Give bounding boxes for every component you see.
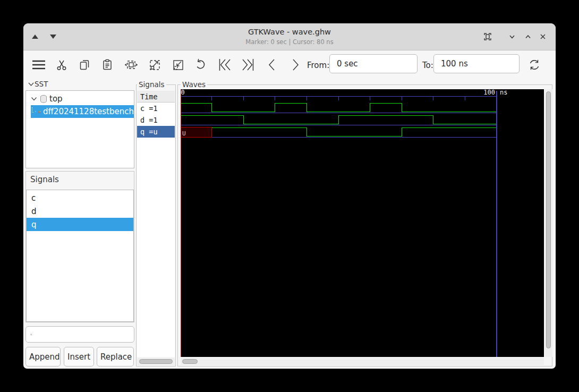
undo-button[interactable] bbox=[192, 56, 209, 73]
reload-button[interactable] bbox=[526, 56, 543, 73]
signal-list-item-q[interactable]: q bbox=[27, 218, 133, 231]
expander-chevron-icon bbox=[28, 81, 35, 88]
wave-names-frame-label: Signals bbox=[137, 80, 166, 89]
reload-icon bbox=[527, 58, 541, 72]
append-button[interactable]: Append bbox=[25, 347, 61, 367]
sst-label: SST bbox=[35, 80, 48, 88]
svg-text:100: 100 bbox=[483, 89, 495, 96]
waves-hscrollbar[interactable] bbox=[181, 358, 544, 365]
tree-connector bbox=[32, 107, 33, 113]
tree-item-top[interactable]: top bbox=[26, 92, 134, 105]
svg-text:0: 0 bbox=[181, 89, 185, 96]
prev-edge-button[interactable] bbox=[263, 56, 280, 73]
testbench-module-icon bbox=[38, 107, 41, 116]
expander-chevron-icon[interactable] bbox=[30, 95, 38, 103]
from-label: From: bbox=[307, 61, 329, 70]
wave-name-row-d[interactable]: d =1 bbox=[137, 114, 175, 126]
gtkwave-window: GTKWave - wave.ghw Marker: 0 sec | Curso… bbox=[23, 23, 556, 369]
wave-canvas[interactable]: 0100nsU bbox=[181, 89, 544, 357]
signals-list[interactable]: c d q bbox=[26, 190, 134, 322]
search-input[interactable] bbox=[36, 330, 134, 339]
signal-label: c bbox=[31, 193, 36, 203]
tree-item-testbench[interactable]: dff20241128testbench bbox=[31, 105, 134, 118]
database-icon bbox=[39, 95, 48, 104]
signal-label: q bbox=[31, 220, 37, 229]
undo-arrow-icon bbox=[194, 58, 208, 72]
zoom-out-button[interactable] bbox=[169, 56, 186, 73]
scrollbar-thumb[interactable] bbox=[139, 359, 173, 364]
search-icon bbox=[30, 330, 32, 339]
chevron-right-icon bbox=[289, 57, 302, 72]
sst-tree[interactable]: top dff20241128testbench bbox=[25, 90, 134, 168]
skip-to-end-icon bbox=[240, 57, 256, 72]
maximize-button[interactable] bbox=[522, 30, 534, 43]
clipboard-icon bbox=[101, 58, 114, 71]
shift-left-button[interactable] bbox=[216, 56, 233, 73]
hamburger-menu-icon bbox=[31, 58, 46, 71]
waves-frame-label: Waves bbox=[181, 80, 207, 89]
from-input[interactable] bbox=[329, 54, 418, 73]
signal-label: d bbox=[31, 207, 37, 216]
waves-vscrollbar[interactable] bbox=[545, 89, 552, 357]
fullscreen-icon bbox=[482, 31, 493, 42]
titlebar[interactable]: GTKWave - wave.ghw Marker: 0 sec | Curso… bbox=[23, 23, 556, 50]
to-label: To: bbox=[422, 61, 433, 70]
signal-search-box[interactable] bbox=[25, 326, 134, 343]
close-icon bbox=[538, 32, 548, 41]
zoom-fit-button[interactable] bbox=[123, 56, 140, 73]
chevron-up-icon bbox=[523, 32, 533, 41]
scissors-icon bbox=[55, 58, 68, 71]
tree-item-label: dff20241128testbench bbox=[43, 107, 134, 116]
scrollbar-thumb[interactable] bbox=[546, 91, 551, 348]
cut-button[interactable] bbox=[53, 56, 70, 73]
signals-frame-label: Signals bbox=[29, 175, 61, 184]
svg-text:U: U bbox=[182, 130, 186, 137]
tree-item-label: top bbox=[49, 94, 63, 104]
next-edge-button[interactable] bbox=[287, 56, 304, 73]
toolbar: From: To: bbox=[23, 50, 556, 79]
wave-name-row-c[interactable]: c =1 bbox=[137, 103, 175, 114]
insert-button[interactable]: Insert bbox=[64, 347, 94, 367]
wave-names-hscrollbar[interactable] bbox=[137, 358, 175, 365]
chevron-left-icon bbox=[266, 57, 278, 72]
desktop-background: GTKWave - wave.ghw Marker: 0 sec | Curso… bbox=[0, 0, 579, 392]
zoom-out-icon bbox=[171, 58, 185, 72]
signal-list-item-c[interactable]: c bbox=[27, 191, 133, 204]
chevron-down-icon bbox=[507, 32, 517, 41]
time-header[interactable]: Time bbox=[137, 91, 175, 103]
replace-button[interactable]: Replace bbox=[97, 347, 134, 367]
shift-right-button[interactable] bbox=[240, 56, 257, 73]
minimize-button[interactable] bbox=[506, 30, 518, 43]
window-title: GTKWave - wave.ghw bbox=[23, 28, 556, 36]
svg-text:ns: ns bbox=[500, 89, 507, 96]
scrollbar-thumb[interactable] bbox=[182, 359, 198, 364]
close-button[interactable] bbox=[537, 30, 549, 43]
expander-chevron-right-icon[interactable] bbox=[35, 108, 37, 115]
to-input[interactable] bbox=[433, 54, 520, 73]
fullscreen-button[interactable] bbox=[481, 30, 494, 43]
marker-cursor-status: Marker: 0 sec | Cursor: 80 ns bbox=[23, 38, 556, 46]
sst-expander[interactable]: SST bbox=[28, 79, 48, 89]
skip-to-start-icon bbox=[217, 57, 233, 72]
paste-button[interactable] bbox=[99, 56, 116, 73]
zoom-in-icon bbox=[148, 58, 161, 72]
zoom-fit-icon bbox=[124, 58, 138, 72]
menu-button[interactable] bbox=[30, 56, 47, 73]
copy-icon bbox=[78, 58, 91, 71]
wave-name-row-q[interactable]: q =u bbox=[137, 126, 175, 138]
copy-button[interactable] bbox=[76, 56, 93, 73]
zoom-in-button[interactable] bbox=[146, 56, 163, 73]
signal-list-item-d[interactable]: d bbox=[27, 204, 133, 218]
